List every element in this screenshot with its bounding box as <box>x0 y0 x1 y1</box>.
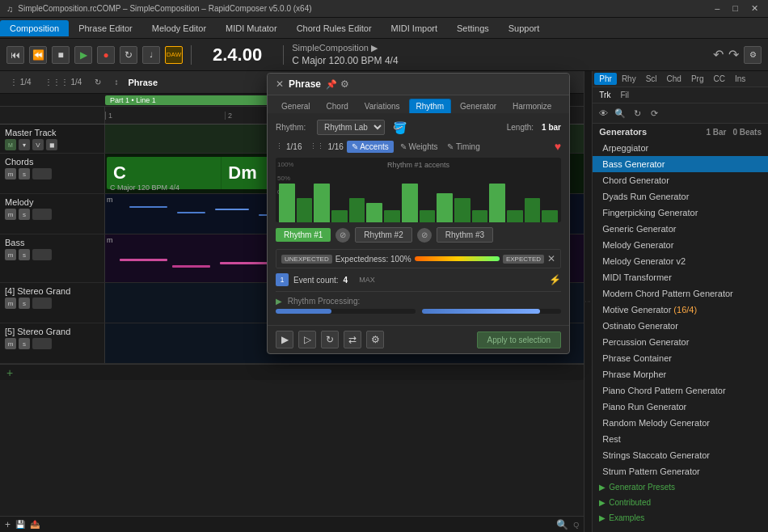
rhythm1-button[interactable]: Rhythm #1 <box>276 228 331 242</box>
maximize-button[interactable]: □ <box>729 3 741 14</box>
proc-slider-2[interactable] <box>422 309 562 314</box>
gen-section-examples[interactable]: ▶Examples <box>593 510 768 526</box>
favorite-button[interactable]: ♥ <box>555 140 561 153</box>
rst-tab-fil[interactable]: Fil <box>615 89 634 101</box>
master-speaker-button[interactable]: ◼ <box>46 139 57 150</box>
footer-shuffle-button[interactable]: ⇄ <box>344 331 361 348</box>
gen-bass-generator[interactable]: Bass Generator <box>593 156 768 172</box>
grid-dropdown-1[interactable]: ⋮ 1/4 <box>6 76 35 88</box>
stop-button[interactable]: ■ <box>52 46 70 64</box>
rt-tab-prg[interactable]: Prg <box>686 73 709 85</box>
record-button[interactable]: ● <box>97 46 115 64</box>
gen-midi-transformer[interactable]: MIDI Transformer <box>593 269 768 285</box>
bass-extra-btn[interactable] <box>32 249 52 260</box>
undo-button[interactable]: ↶ <box>713 47 724 62</box>
menu-settings[interactable]: Settings <box>447 20 499 36</box>
expect-track[interactable] <box>415 256 500 261</box>
rt-tab-phr[interactable]: Phr <box>594 73 617 85</box>
apply-to-selection-button[interactable]: Apply to selection <box>477 331 561 348</box>
project-name[interactable]: SimpleComposition ▶ <box>292 43 398 53</box>
footer-play2-button[interactable]: ▷ <box>298 331 316 348</box>
event-lightning-button[interactable]: ⚡ <box>549 274 561 285</box>
gen-ostinato-generator[interactable]: Ostinato Generator <box>593 318 768 334</box>
phrase-tab-chord[interactable]: Chord <box>319 99 356 113</box>
chords-solo-btn[interactable]: s <box>19 168 30 179</box>
dialog-pin-button[interactable]: 📌 <box>326 79 337 90</box>
add-track-button[interactable]: + <box>6 366 13 379</box>
melody-mute-btn[interactable]: m <box>5 209 16 220</box>
footer-settings-button[interactable]: ⚙ <box>366 331 384 348</box>
menu-midi-import[interactable]: MIDI Import <box>382 20 447 36</box>
rt-tab-rhy[interactable]: Rhy <box>617 73 641 85</box>
rhythm1-cancel-button[interactable]: ⊘ <box>335 228 350 243</box>
phrase-tab-generator[interactable]: Generator <box>453 99 504 113</box>
rt-tool-reload[interactable]: ↻ <box>630 106 644 120</box>
bass-solo-btn[interactable]: s <box>19 249 30 260</box>
save-button[interactable]: 💾 <box>15 520 25 529</box>
rst-tab-trk[interactable]: Trk <box>594 89 615 101</box>
gen-dyads-run-generator[interactable]: Dyads Run Generator <box>593 188 768 205</box>
resize-handle[interactable]: ⋮ <box>584 71 592 532</box>
snap-button[interactable]: ↻ <box>91 76 104 88</box>
master-vol-button[interactable]: V <box>32 139 44 150</box>
gen-section-presets[interactable]: ▶Generator Presets <box>593 479 768 495</box>
stereo2-mute-btn[interactable]: m <box>5 338 16 349</box>
phrase-tab-harmonize[interactable]: Harmonize <box>505 99 559 113</box>
rhythm2-button[interactable]: Rhythm #2 <box>355 227 411 243</box>
stereo1-mute-btn[interactable]: m <box>5 298 16 309</box>
master-down-button[interactable]: ▾ <box>19 139 30 150</box>
minimize-button[interactable]: – <box>711 3 723 14</box>
menu-composition[interactable]: Composition <box>0 20 69 36</box>
gen-chord-generator[interactable]: Chord Generator <box>593 172 768 188</box>
menu-phrase-editor[interactable]: Phrase Editor <box>69 20 142 36</box>
master-midi-button[interactable]: M <box>5 139 16 150</box>
melody-solo-btn[interactable]: s <box>19 209 30 220</box>
rt-tab-scl[interactable]: Scl <box>641 73 662 85</box>
timing-button[interactable]: ✎ Timing <box>444 141 483 153</box>
redo-button[interactable]: ↷ <box>728 47 739 62</box>
zoom-out-button[interactable]: 🔍 <box>556 519 568 530</box>
phrase-tab-variations[interactable]: Variations <box>357 99 407 113</box>
footer-play-button[interactable]: ▶ <box>276 331 293 348</box>
grid-dropdown-2[interactable]: ⋮⋮⋮ 1/4 <box>41 76 86 88</box>
gen-piano-run-generator[interactable]: Piano Run Generator <box>593 399 768 415</box>
expect-close-button[interactable]: ✕ <box>547 253 555 264</box>
weights-button[interactable]: ✎ Weights <box>397 141 441 153</box>
daw-button[interactable]: DAW <box>165 46 183 64</box>
stereo2-extra-btn[interactable] <box>32 338 52 349</box>
chords-extra-btn[interactable] <box>32 168 52 179</box>
stereo2-solo-btn[interactable]: s <box>19 338 30 349</box>
step-back-button[interactable]: ⏪ <box>29 46 47 64</box>
rt-tab-cc[interactable]: CC <box>709 73 730 85</box>
chords-mute-btn[interactable]: m <box>5 168 16 179</box>
stereo1-extra-btn[interactable] <box>32 298 52 309</box>
gen-random-melody-generator[interactable]: Random Melody Generator <box>593 415 768 431</box>
melody-extra-btn[interactable] <box>32 209 52 220</box>
gen-phrase-morpher[interactable]: Phrase Morpher <box>593 366 768 382</box>
menu-support[interactable]: Support <box>499 20 550 36</box>
rt-tab-chd[interactable]: Chd <box>662 73 686 85</box>
gen-arpeggiator[interactable]: Arpeggiator <box>593 140 768 156</box>
proc-label[interactable]: ▶ Rhythm Processing: <box>276 297 561 306</box>
rt-tool-refresh[interactable]: ⟳ <box>647 106 661 120</box>
dialog-close-button[interactable]: ✕ <box>276 78 284 90</box>
footer-loop-button[interactable]: ↻ <box>321 331 339 348</box>
rt-tab-ins[interactable]: Ins <box>730 73 750 85</box>
close-button[interactable]: ✕ <box>748 3 762 14</box>
rhythm-select[interactable]: Rhythm Lab Simple Complex <box>317 120 385 135</box>
settings-button[interactable]: ⚙ <box>744 46 762 64</box>
gen-piano-chord-pattern[interactable]: Piano Chord Pattern Generator <box>593 382 768 399</box>
menu-melody-editor[interactable]: Melody Editor <box>142 20 216 36</box>
rt-tool-search[interactable]: 🔍 <box>613 106 627 120</box>
gen-modern-chord-pattern[interactable]: Modern Chord Pattern Generator <box>593 285 768 302</box>
metronome-button[interactable]: ♩ <box>142 46 160 64</box>
gen-generic-generator[interactable]: Generic Generator <box>593 221 768 237</box>
play-button[interactable]: ▶ <box>74 46 92 64</box>
phrase-tab-general[interactable]: General <box>274 99 318 113</box>
menu-midi-mutator[interactable]: MIDI Mutator <box>216 20 287 36</box>
stereo1-solo-btn[interactable]: s <box>19 298 30 309</box>
to-start-button[interactable]: ⏮ <box>6 46 24 64</box>
gen-phrase-container[interactable]: Phrase Container <box>593 350 768 366</box>
gen-rest[interactable]: Rest <box>593 431 768 447</box>
loop-button[interactable]: ↻ <box>120 46 137 64</box>
